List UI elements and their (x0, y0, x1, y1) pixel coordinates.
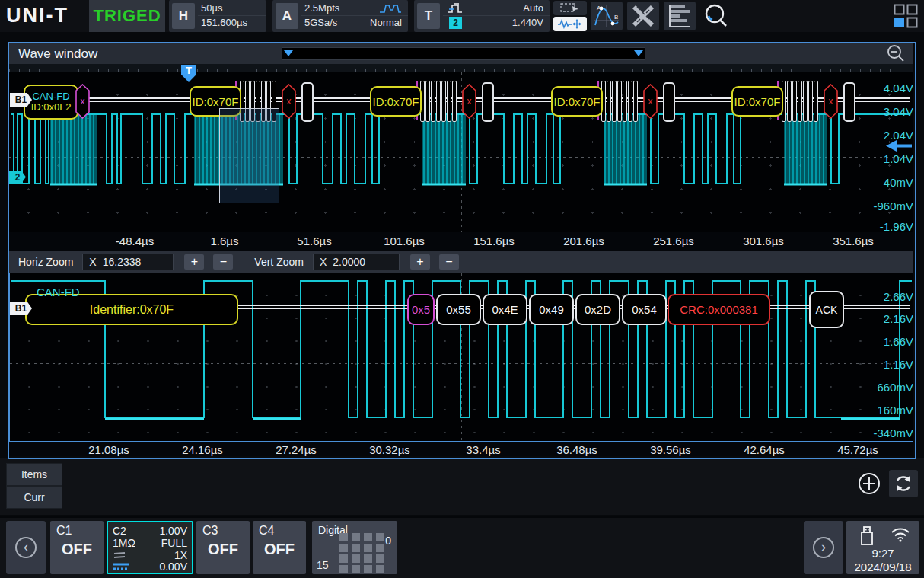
horizontal-offset-value: 151.600µs (201, 17, 247, 28)
zoom-time-label: 42.64µs (730, 443, 798, 456)
horizontal-key: H (172, 3, 195, 29)
channel4-state: OFF (253, 541, 306, 558)
main-frame-id-bubble: ID:0x70F (731, 86, 783, 117)
refresh-button[interactable] (889, 470, 918, 497)
zoom-selection-rect[interactable] (219, 108, 279, 203)
select-region-icon[interactable] (553, 1, 587, 15)
timebase-value: 50µs (201, 2, 222, 14)
main-time-label: -48.4µs (100, 235, 169, 247)
channel2-bandwidth: FULL (161, 537, 187, 549)
digital-bit-square (364, 554, 372, 563)
digital-bit-square (352, 533, 360, 541)
measure-button[interactable] (627, 2, 659, 30)
chevron-left-icon: ‹ (15, 537, 37, 558)
svg-text:x: x (648, 96, 653, 107)
decode-end-pill (301, 82, 314, 122)
trigger-level-arrow-icon[interactable] (886, 140, 912, 152)
main-frame-id-bubble: ID:0x70F (551, 86, 603, 117)
vert-zoom-out-button[interactable]: − (439, 254, 459, 270)
position-marker-right-icon[interactable] (634, 50, 643, 56)
zoom-voltage-label: 160mV (860, 404, 913, 417)
zoom-time-label: 30.32µs (355, 443, 424, 456)
channel2-scale: 1.00V (159, 525, 187, 537)
digital-bit-square (352, 544, 360, 552)
decode-bit-pill (633, 81, 638, 122)
horizontal-position-bar[interactable] (282, 47, 645, 60)
position-marker-left-icon[interactable] (284, 50, 293, 56)
svg-text:x: x (81, 96, 85, 107)
search-button[interactable] (700, 2, 732, 30)
channel3-state: OFF (196, 541, 250, 558)
digital-bit-square (376, 565, 384, 573)
main-time-label: 151.6µs (460, 235, 528, 247)
vert-zoom-label: Vert Zoom (254, 256, 304, 268)
main-time-label: 1.6µs (190, 235, 259, 247)
zoom-identifier-bubble: Identifier:0x70F (25, 294, 238, 325)
zoom-time-label: 39.56µs (636, 443, 705, 456)
zoom-voltage-label: 2.16V (860, 312, 913, 325)
digital-bit-square (364, 565, 372, 573)
chevron-right-icon: › (813, 537, 834, 558)
histogram-button[interactable] (664, 2, 696, 30)
rulers-icon (631, 4, 655, 28)
main-error-marker-red: x (824, 84, 838, 119)
curr-button[interactable]: Curr (6, 486, 62, 509)
trigger-position-ruler[interactable] (9, 64, 913, 72)
math-ab-button[interactable]: A B (591, 2, 623, 30)
horiz-zoom-field[interactable]: X16.2338 (82, 254, 174, 270)
bottom-channel-bar: ‹ C1 OFF C2 1.00V 1MΩ FULL 1X 0.00V (0, 516, 924, 578)
digital-bit-square (339, 533, 348, 541)
system-status-panel[interactable]: 9:27 2024/09/18 (846, 521, 919, 574)
decode-end-pill (663, 82, 675, 122)
add-item-button[interactable] (857, 471, 881, 496)
zoom-controls-bar: Horiz Zoom X16.2338 + − Vert Zoom X2.000… (9, 251, 913, 273)
main-voltage-label: -1.96V (860, 220, 913, 233)
channel4-panel[interactable]: C4 OFF (253, 521, 306, 574)
main-time-label: 201.6µs (550, 235, 618, 247)
main-error-marker-red: x (462, 84, 476, 119)
window-layout-button[interactable] (894, 4, 918, 28)
digital-last-bit: 15 (317, 559, 329, 571)
horiz-zoom-label: Horiz Zoom (18, 256, 73, 268)
horiz-zoom-mult: X (89, 256, 96, 268)
horiz-zoom-out-button[interactable]: − (213, 254, 233, 270)
channel2-panel[interactable]: C2 1.00V 1MΩ FULL 1X 0.00V (107, 521, 193, 574)
decode-bit-pill (808, 81, 813, 122)
decode-bit-pill (425, 81, 430, 122)
zoom-time-label: 36.48µs (543, 443, 611, 456)
horizontal-settings-block[interactable]: H 50µs 151.600µs (169, 0, 266, 32)
main-time-label: 101.6µs (370, 235, 438, 247)
decode-bit-pill (623, 81, 627, 122)
decode-bit-pill (814, 81, 818, 122)
scroll-left-button[interactable]: ‹ (6, 521, 46, 574)
zoom-byte-bubble: 0x2D (575, 294, 620, 325)
scroll-right-button[interactable]: › (804, 521, 843, 574)
trigger-key: T (417, 3, 440, 29)
wave-window-titlebar: Wave window (9, 43, 913, 64)
channel1-name: C1 (56, 524, 72, 538)
zoom-protocol-label: CAN-FD (37, 286, 80, 299)
zoom-out-button[interactable] (886, 44, 906, 64)
items-strip: Items Curr (0, 458, 924, 515)
zoom-voltage-label: 660mV (860, 381, 913, 394)
acquire-settings-block[interactable]: A 2.5Mpts 5GSa/s Normal (272, 0, 408, 32)
horiz-zoom-in-button[interactable]: + (184, 254, 204, 270)
trigger-source-badge: 2 (449, 17, 462, 29)
digital-panel[interactable]: Digital 0 15 (312, 521, 397, 574)
trigger-sweep-mode: Auto (523, 2, 543, 14)
main-error-marker-red: x (282, 84, 296, 119)
waveform-move-icon[interactable] (553, 17, 587, 31)
channel4-name: C4 (259, 524, 274, 538)
channel1-panel[interactable]: C1 OFF (50, 521, 104, 574)
cursor-tool-button[interactable] (553, 1, 587, 31)
channel2-coupling-icon (113, 551, 126, 559)
channel3-panel[interactable]: C3 OFF (196, 521, 250, 574)
zoom-time-label: 27.24µs (262, 443, 330, 456)
vert-zoom-in-button[interactable]: + (410, 254, 430, 270)
vert-zoom-field[interactable]: X2.0000 (313, 254, 400, 270)
svg-text:B: B (614, 14, 618, 21)
digital-bit-square (364, 533, 372, 541)
trigger-settings-block[interactable]: T 2 Auto 1.440V (414, 0, 550, 32)
items-button[interactable]: Items (6, 463, 62, 486)
zoom-byte-bubble: 0x55 (436, 294, 481, 325)
